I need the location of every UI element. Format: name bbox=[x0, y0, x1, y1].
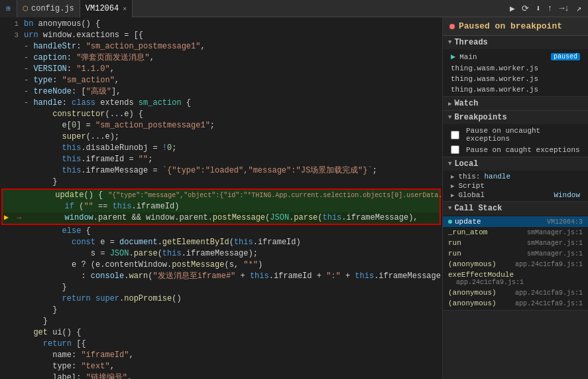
cs-item-anon2[interactable]: (anonymous) app.24c1cfa9.js:1 bbox=[443, 287, 588, 298]
bp-uncaught-checkbox[interactable] bbox=[451, 131, 459, 139]
code-line-highlight: if ("" == this.iframeId) bbox=[3, 201, 440, 212]
local-section-title[interactable]: ▼ Local bbox=[443, 157, 588, 171]
code-line: s = JSON.parse(this.iframeMessage); bbox=[0, 248, 442, 260]
code-line-highlight: update() { "{"type":"message","object":{… bbox=[3, 190, 440, 201]
resume-icon[interactable]: ▶ bbox=[508, 2, 516, 15]
code-line: } bbox=[0, 316, 442, 327]
cs-item-exeeffect[interactable]: exeEffectModule app.24c1cfa9.js:1 bbox=[443, 269, 588, 287]
threads-section: ▼ Threads ▶ Main paused thing.wasm.worke… bbox=[443, 36, 588, 97]
breakpoints-content: Pause on uncaught exceptions Pause on ca… bbox=[443, 124, 588, 157]
right-panel-scroll[interactable]: ▼ Threads ▶ Main paused thing.wasm.worke… bbox=[443, 36, 588, 379]
code-line: } bbox=[0, 177, 442, 188]
cs-item-anon3[interactable]: (anonymous) app.24c1cfa9.js:1 bbox=[443, 298, 588, 309]
code-line: super(...e); bbox=[0, 131, 442, 143]
code-line: this.iframeId = ""; bbox=[0, 154, 442, 165]
tab-close-icon[interactable]: ✕ bbox=[123, 5, 127, 13]
code-line: this.iframeMessage = `{"type":"loaded","… bbox=[0, 165, 442, 177]
local-item-this[interactable]: ▶ this: handle bbox=[443, 172, 588, 181]
cs-active-dot bbox=[448, 220, 452, 224]
local-item-global[interactable]: ▶ Global Window bbox=[443, 190, 588, 200]
right-panel: Paused on breakpoint ▼ Threads ▶ Main pa… bbox=[442, 17, 588, 379]
watch-chevron: ▶ bbox=[448, 100, 451, 108]
cs-item-update[interactable]: update VM12064:3 bbox=[443, 216, 588, 227]
watch-section-title[interactable]: ▶ Watch bbox=[443, 97, 588, 110]
toolbar-icons: ▶ ⟳ ⬇ ↑ →↓ ↗ bbox=[503, 2, 588, 15]
code-line: } bbox=[0, 282, 442, 293]
bp-item-caught[interactable]: Pause on caught exceptions bbox=[443, 144, 588, 155]
callstack-content: update VM12064:3 _run_atom smManager.js:… bbox=[443, 215, 588, 310]
code-line-debug: → window.parent && window.parent.postMes… bbox=[3, 212, 440, 224]
thread-item-2[interactable]: thing.wasm.worker.js bbox=[443, 74, 588, 84]
code-line: : console.warn("发送消息至iframe#" + this.ifr… bbox=[0, 271, 442, 282]
local-section: ▼ Local ▶ this: handle ▶ Script ▶ Global bbox=[443, 157, 588, 202]
code-line: name: "iframeId", bbox=[0, 350, 442, 361]
cs-item-run1[interactable]: run smManager.js:1 bbox=[443, 238, 588, 248]
thread-active-icon: ▶ bbox=[451, 52, 455, 62]
code-line: return [{ bbox=[0, 339, 442, 350]
callstack-section-title[interactable]: ▼ Call Stack bbox=[443, 202, 588, 215]
code-editor[interactable]: 1 bn anonymous() { 3 urn window.exaction… bbox=[0, 17, 442, 379]
code-line: this.disableRunobj = !0; bbox=[0, 143, 442, 154]
step-over-icon[interactable]: ⟳ bbox=[520, 2, 530, 15]
tab-bar: ⊞ ⬡ config.js VM12064 ✕ ▶ ⟳ ⬇ ↑ →↓ ↗ bbox=[0, 0, 588, 17]
tab-config-js[interactable]: ⬡ config.js bbox=[17, 0, 80, 17]
breakpoints-section: ▼ Breakpoints Pause on uncaught exceptio… bbox=[443, 111, 588, 157]
local-chevron: ▼ bbox=[448, 161, 451, 167]
step-into-icon[interactable]: ⬇ bbox=[534, 2, 542, 15]
main-area: 1 bn anonymous() { 3 urn window.exaction… bbox=[0, 17, 588, 379]
breakpoints-section-title[interactable]: ▼ Breakpoints bbox=[443, 111, 588, 124]
callstack-chevron: ▼ bbox=[448, 205, 451, 212]
paused-header: Paused on breakpoint bbox=[443, 17, 588, 36]
code-line: constructor(...e) { bbox=[0, 109, 442, 120]
code-line: 1 bn anonymous() { bbox=[0, 19, 442, 30]
bp-item-uncaught[interactable]: Pause on uncaught exceptions bbox=[443, 125, 588, 144]
code-line: - handle: class extends sm_action { bbox=[0, 98, 442, 109]
watch-section: ▶ Watch bbox=[443, 97, 588, 111]
code-line: else { bbox=[0, 226, 442, 237]
code-line: e[0] = "sm_action_postmessage1"; bbox=[0, 120, 442, 131]
thread-item-3[interactable]: thing.wasm.worker.js bbox=[443, 84, 588, 95]
tab-panel-icon: ⊞ bbox=[0, 0, 17, 17]
code-line: e ? (e.contentWindow.postMessage(s, "*") bbox=[0, 260, 442, 271]
code-line: label: "链接编号", bbox=[0, 372, 442, 379]
code-line: return super.nopPromise() bbox=[0, 293, 442, 305]
paused-dot bbox=[449, 24, 455, 29]
code-line: const e = document.getElementById(this.i… bbox=[0, 237, 442, 248]
local-item-script[interactable]: ▶ Script bbox=[443, 181, 588, 190]
breakpoints-chevron: ▼ bbox=[448, 114, 451, 121]
step-icon[interactable]: →↓ bbox=[558, 2, 571, 15]
cs-item-anon1[interactable]: (anonymous) app.24c1cfa9.js:1 bbox=[443, 259, 588, 269]
code-line: } bbox=[0, 305, 442, 316]
code-line: get ui() { bbox=[0, 327, 442, 339]
thread-item-main[interactable]: ▶ Main paused bbox=[443, 50, 588, 63]
thread-item-1[interactable]: thing.wasm.worker.js bbox=[443, 63, 588, 74]
code-line: 3 urn window.exactions = [{ bbox=[0, 30, 442, 41]
code-line: - type: "sm_action", bbox=[0, 75, 442, 86]
cs-item-runatom[interactable]: _run_atom smManager.js:1 bbox=[443, 227, 588, 238]
code-line: - handleStr: "sm_action_postmessage1", bbox=[0, 41, 442, 52]
code-line: type: "text", bbox=[0, 361, 442, 372]
threads-section-title[interactable]: ▼ Threads bbox=[443, 36, 588, 49]
code-line: - treeNode: ["高级"], bbox=[0, 86, 442, 98]
bp-caught-checkbox[interactable] bbox=[451, 145, 459, 154]
call-stack-section: ▼ Call Stack update VM12064:3 bbox=[443, 202, 588, 311]
threads-chevron: ▼ bbox=[448, 39, 451, 46]
tab-vm12064[interactable]: VM12064 ✕ bbox=[80, 0, 133, 17]
deactivate-icon[interactable]: ↗ bbox=[575, 2, 583, 15]
code-line: - VERSION: "1.1.0", bbox=[0, 64, 442, 75]
cs-item-run2[interactable]: run smManager.js:1 bbox=[443, 248, 588, 259]
code-line: - caption: "弹套页面发送消息", bbox=[0, 52, 442, 64]
step-out-icon[interactable]: ↑ bbox=[546, 2, 554, 15]
local-content: ▶ this: handle ▶ Script ▶ Global Window bbox=[443, 171, 588, 201]
threads-content: ▶ Main paused thing.wasm.worker.js thing… bbox=[443, 49, 588, 96]
code-content: 1 bn anonymous() { 3 urn window.exaction… bbox=[0, 17, 442, 379]
